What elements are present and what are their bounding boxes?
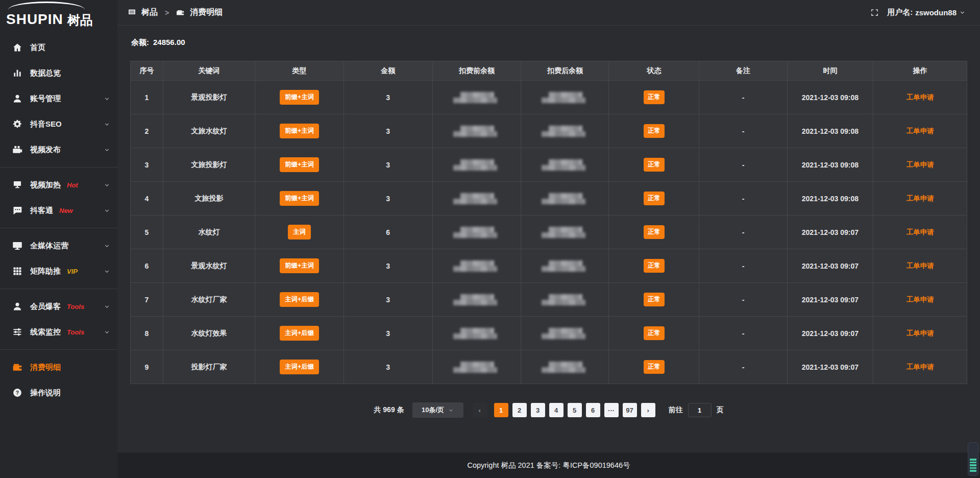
status-cell: 正常 bbox=[609, 249, 699, 283]
sidebar-item-video-publish[interactable]: 视频发布 bbox=[0, 137, 117, 162]
sidebar-item-media-operation[interactable]: 全媒体运营 bbox=[0, 233, 117, 258]
chevron-down-icon bbox=[104, 147, 110, 153]
ticket-apply-link[interactable]: 工单申请 bbox=[906, 161, 934, 169]
type-cell: 主词+后缀 bbox=[255, 350, 344, 384]
page-size-select[interactable]: 10条/页 bbox=[412, 402, 463, 418]
sidebar-item-label: 会员爆客 bbox=[30, 302, 61, 312]
ticket-apply-link[interactable]: 工单申请 bbox=[906, 296, 934, 303]
chevron-down-icon bbox=[104, 182, 110, 188]
table-row: 5水纹灯主词6正常-2021-12-03 09:07工单申请 bbox=[131, 216, 967, 249]
breadcrumb-current: 消费明细 bbox=[190, 7, 223, 18]
time-cell: 2021-12-03 09:07 bbox=[787, 216, 873, 249]
remark-cell: - bbox=[699, 317, 787, 350]
type-cell: 前缀+主词 bbox=[255, 114, 344, 148]
sidebar-item-help[interactable]: ?操作说明 bbox=[0, 380, 117, 405]
goto-label: 前往 bbox=[669, 405, 683, 415]
page-number-button[interactable]: 2 bbox=[512, 403, 527, 417]
balance-before-cell bbox=[432, 148, 521, 182]
sidebar-item-label: 消费明细 bbox=[30, 363, 61, 372]
time-cell: 2021-12-03 09:07 bbox=[787, 283, 873, 317]
chevron-down-icon bbox=[104, 329, 110, 336]
sidebar-item-data-overview[interactable]: 数据总览 bbox=[0, 60, 117, 86]
time-cell: 2021-12-03 09:08 bbox=[787, 148, 873, 182]
column-header: 扣费前余额 bbox=[432, 61, 521, 81]
sidebar-item-label: 操作说明 bbox=[30, 388, 61, 398]
page-number-button[interactable]: 1 bbox=[494, 403, 508, 417]
ticket-apply-link[interactable]: 工单申请 bbox=[906, 228, 934, 236]
goto-page: 前往 页 bbox=[669, 403, 724, 417]
pagination-total: 共 969 条 bbox=[374, 405, 404, 415]
sidebar-item-label: 账号管理 bbox=[30, 94, 61, 104]
sidebar-item-account-manage[interactable]: 账号管理 bbox=[0, 86, 117, 111]
keyword-cell: 水纹灯厂家 bbox=[163, 283, 255, 317]
goto-page-input[interactable] bbox=[688, 403, 712, 417]
sidebar-item-video-heat[interactable]: 视频加热Hot bbox=[0, 172, 117, 198]
floating-widget[interactable] bbox=[968, 442, 978, 476]
remark-cell: - bbox=[699, 114, 787, 148]
grid-icon bbox=[12, 266, 22, 276]
keyword-cell: 文旅投影灯 bbox=[163, 148, 255, 182]
time-cell: 2021-12-03 09:07 bbox=[787, 249, 873, 283]
page-number-button[interactable]: 4 bbox=[549, 403, 564, 417]
table-row: 8水纹灯效果主词+后缀3正常-2021-12-03 09:07工单申请 bbox=[131, 317, 967, 350]
sidebar-item-douyin-seo[interactable]: 抖音SEO bbox=[0, 111, 117, 137]
column-header: 关键词 bbox=[163, 61, 255, 81]
ticket-apply-link[interactable]: 工单申请 bbox=[906, 127, 934, 135]
page-number-button[interactable]: 3 bbox=[531, 403, 545, 417]
home-icon bbox=[12, 42, 22, 53]
user-dropdown[interactable]: 用户名: zswodun88 bbox=[887, 8, 966, 17]
time-cell: 2021-12-03 09:08 bbox=[787, 114, 873, 148]
page-number-button[interactable]: 5 bbox=[568, 403, 582, 417]
balance-after-cell bbox=[521, 114, 609, 148]
status-badge: 正常 bbox=[644, 124, 665, 138]
sidebar-item-label: 线索监控 bbox=[30, 327, 61, 337]
sidebar-item-label: 抖音SEO bbox=[30, 119, 62, 129]
type-badge: 前缀+主词 bbox=[280, 258, 319, 273]
action-cell: 工单申请 bbox=[873, 249, 967, 283]
page-number-button[interactable]: 6 bbox=[586, 403, 600, 417]
sidebar-item-douketong[interactable]: 抖客通New bbox=[0, 198, 117, 223]
member-icon bbox=[12, 301, 22, 312]
amount-cell: 3 bbox=[344, 249, 432, 283]
status-cell: 正常 bbox=[609, 148, 699, 182]
breadcrumb-root[interactable]: 树品 bbox=[141, 7, 158, 18]
remark-cell: - bbox=[699, 216, 787, 249]
ticket-apply-link[interactable]: 工单申请 bbox=[906, 195, 934, 202]
ticket-apply-link[interactable]: 工单申请 bbox=[906, 262, 934, 270]
column-header: 操作 bbox=[873, 61, 967, 81]
sidebar-item-member-burst[interactable]: 会员爆客Tools bbox=[0, 294, 117, 319]
index-cell: 2 bbox=[131, 114, 163, 148]
next-page-button[interactable]: › bbox=[641, 403, 655, 417]
ticket-apply-link[interactable]: 工单申请 bbox=[906, 363, 934, 371]
sidebar-divider bbox=[0, 167, 117, 168]
column-header: 类型 bbox=[255, 61, 344, 81]
redacted-balance bbox=[453, 92, 500, 103]
sidebar-item-consumption-detail[interactable]: 消费明细 bbox=[0, 354, 117, 380]
redacted-balance bbox=[453, 126, 500, 137]
brand-logo: SHUPIN 树品 bbox=[0, 0, 117, 31]
amount-cell: 3 bbox=[344, 283, 432, 317]
sidebar-item-label: 全媒体运营 bbox=[30, 241, 68, 251]
status-badge: 正常 bbox=[644, 360, 665, 374]
ticket-apply-link[interactable]: 工单申请 bbox=[906, 329, 934, 337]
sidebar-item-clue-monitor[interactable]: 线索监控Tools bbox=[0, 319, 117, 345]
ticket-apply-link[interactable]: 工单申请 bbox=[906, 93, 934, 101]
page-ellipsis-button[interactable]: ··· bbox=[604, 403, 619, 417]
prev-page-button[interactable]: ‹ bbox=[473, 403, 487, 417]
balance-before-cell bbox=[432, 350, 521, 384]
table-row: 6景观水纹灯前缀+主词3正常-2021-12-03 09:07工单申请 bbox=[131, 249, 967, 283]
sidebar-item-flag: Tools bbox=[67, 303, 84, 310]
page-footer: Copyright 树品 2021 备案号: 粤ICP备09019646号 bbox=[117, 452, 980, 478]
sidebar-item-home[interactable]: 首页 bbox=[0, 35, 117, 60]
sidebar-item-matrix-boost[interactable]: 矩阵助推VIP bbox=[0, 258, 117, 284]
index-cell: 9 bbox=[131, 350, 163, 384]
keyword-cell: 水纹灯 bbox=[163, 216, 255, 249]
balance-before-cell bbox=[432, 81, 521, 114]
table-header-row: 序号关键词类型金额扣费前余额扣费后余额状态备注时间操作 bbox=[131, 61, 967, 81]
index-cell: 7 bbox=[131, 283, 163, 317]
sidebar-item-flag: Hot bbox=[67, 181, 78, 189]
balance-after-cell bbox=[521, 148, 609, 182]
page-number-button[interactable]: 97 bbox=[623, 403, 637, 417]
redacted-balance bbox=[542, 362, 589, 373]
fullscreen-icon[interactable] bbox=[870, 8, 879, 17]
